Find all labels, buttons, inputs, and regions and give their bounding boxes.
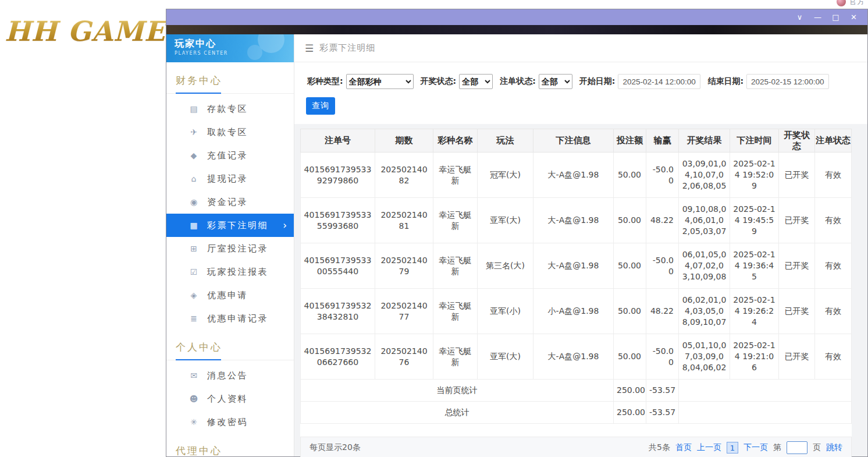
- table-cell: 05,01,10,07,03,09,08,04,06,02: [679, 334, 730, 380]
- official-label[interactable]: 官方: [849, 0, 865, 7]
- summary-cell: 总统计: [301, 402, 614, 424]
- hall-record-icon: ⊞: [188, 244, 199, 253]
- report-icon: ☑: [188, 267, 199, 277]
- main-content: ☰ 彩票下注明细 彩种类型: 全部彩种 开奖状态: 全部 注单状态: 全部: [294, 34, 867, 456]
- sidebar-item-withdrawal-records[interactable]: ⌂提现记录: [166, 167, 294, 190]
- sidebar-item-deposit[interactable]: ▤存款专区: [166, 97, 294, 121]
- sidebar-item-label: 消息公告: [207, 370, 248, 381]
- menu-toggle-icon[interactable]: ☰: [305, 42, 314, 54]
- table-cell: 48.22: [646, 289, 679, 334]
- summary-cell: [679, 402, 852, 424]
- sidebar-item-promo-apply-records[interactable]: ≣优惠申请记录: [166, 307, 294, 330]
- table-cell: 大-A盘@1.98: [533, 153, 614, 198]
- table-cell: 50.00: [614, 198, 646, 243]
- official-badge-icon[interactable]: [837, 0, 846, 6]
- table-cell: 已开奖: [779, 334, 815, 380]
- sidebar-item-promo-apply[interactable]: ◈优惠申请: [166, 284, 294, 307]
- table-head-row: 注单号期数彩种名称玩法下注信息投注额输赢开奖结果下注时间开奖状态注单状态: [301, 129, 852, 153]
- summary-cell: 250.00: [614, 380, 646, 402]
- table-cell: 有效: [815, 289, 852, 334]
- filter-row: 彩种类型: 全部彩种 开奖状态: 全部 注单状态: 全部 开始日期: 结束日期:: [306, 74, 856, 89]
- funds-record-icon: ◉: [188, 197, 199, 207]
- sidebar-item-profile[interactable]: ☻个人资料: [166, 387, 294, 410]
- bell-icon: ✉: [188, 371, 199, 380]
- table-cell: 401569173953206627660: [301, 334, 375, 380]
- sidebar-item-label: 个人资料: [207, 394, 248, 405]
- draw-status-select[interactable]: 全部: [459, 74, 493, 89]
- gear-icon: ✳: [188, 417, 199, 427]
- table-cell: 已开奖: [779, 198, 815, 243]
- table-cell: 50.00: [614, 153, 646, 198]
- jump-link[interactable]: 跳转: [826, 442, 842, 453]
- query-button[interactable]: 查询: [306, 97, 335, 115]
- table-cell: 第三名(大): [478, 243, 533, 289]
- start-date-label: 开始日期:: [579, 76, 616, 87]
- table-row: 40156917395330055544020250214079幸运飞艇新第三名…: [301, 243, 852, 289]
- total-count-label: 共5条: [649, 442, 670, 453]
- sidebar-item-label: 优惠申请记录: [207, 313, 268, 324]
- prev-page-link[interactable]: 上一页: [697, 442, 721, 453]
- table-cell: 2025-02-14 19:36:45: [730, 243, 779, 289]
- lottery-type-select[interactable]: 全部彩种: [346, 74, 414, 89]
- column-header: 玩法: [478, 129, 533, 153]
- sidebar-item-announcements[interactable]: ✉消息公告: [166, 364, 294, 387]
- next-page-link[interactable]: 下一页: [744, 442, 768, 453]
- bet-detail-table-card: 注单号期数彩种名称玩法下注信息投注额输赢开奖结果下注时间开奖状态注单状态 401…: [300, 129, 852, 457]
- page-prefix-label: 第: [773, 442, 781, 453]
- sidebar-item-fund-records[interactable]: ◉资金记录: [166, 190, 294, 214]
- summary-cell: 250.00: [614, 402, 646, 424]
- window-maximize-button[interactable]: □: [827, 9, 845, 25]
- sidebar-item-hall-bet-records[interactable]: ⊞厅室投注记录: [166, 237, 294, 260]
- page-suffix-label: 页: [813, 442, 821, 453]
- sidebar-item-lottery-bet-details[interactable]: ▦彩票下注明细›: [166, 214, 294, 237]
- first-page-link[interactable]: 首页: [675, 442, 692, 453]
- table-row: 40156917395323843281020250214077幸运飞艇新亚军(…: [301, 289, 852, 334]
- desktop-left-panel: HH GAME: [0, 0, 166, 457]
- table-cell: 03,09,01,04,10,07,02,06,08,05: [679, 153, 730, 198]
- summary-row: 当前页统计250.00-53.57: [301, 380, 852, 402]
- window-minimize-button[interactable]: —: [809, 9, 827, 25]
- sidebar-item-label: 优惠申请: [207, 290, 248, 301]
- table-cell: 20250214081: [375, 198, 433, 243]
- window-menu-button[interactable]: ∨: [791, 9, 809, 25]
- table-cell: 大-A盘@1.98: [533, 198, 614, 243]
- table-cell: 冠军(大): [478, 153, 533, 198]
- page-jump-input[interactable]: [787, 441, 807, 454]
- end-date-input[interactable]: [746, 74, 829, 89]
- table-cell: 50.00: [614, 334, 646, 380]
- sidebar-item-label: 彩票下注明细: [207, 220, 268, 231]
- bet-status-select[interactable]: 全部: [539, 74, 572, 89]
- table-cell: 幸运飞艇新: [433, 289, 478, 334]
- desktop-topbar-fragment: 官方: [837, 0, 865, 7]
- sidebar-item-player-bet-report[interactable]: ☑玩家投注报表: [166, 260, 294, 284]
- table-cell: 06,01,05,04,07,02,03,10,09,08: [679, 243, 730, 289]
- table-cell: 48.22: [646, 198, 679, 243]
- table-cell: 幸运飞艇新: [433, 153, 478, 198]
- window-titlebar: ∨ — □ ✕: [166, 9, 867, 25]
- sidebar-section-title: 代理中心: [166, 440, 294, 456]
- start-date-input[interactable]: [618, 74, 700, 89]
- draw-status-label: 开奖状态:: [421, 76, 457, 87]
- sidebar-item-label: 修改密码: [207, 417, 248, 428]
- sidebar-item-label: 资金记录: [207, 197, 248, 208]
- per-page-label: 每页显示20条: [310, 442, 361, 453]
- deposit-icon: ▤: [188, 104, 199, 114]
- table-body: 40156917395339297986020250214082幸运飞艇新冠军(…: [301, 153, 852, 424]
- sidebar-item-label: 提现记录: [207, 173, 248, 185]
- sidebar-item-change-password[interactable]: ✳修改密码: [166, 410, 294, 434]
- table-cell: 401569173953300555440: [301, 243, 375, 289]
- sidebar-item-withdraw[interactable]: ✈取款专区: [166, 121, 294, 144]
- table-cell: 2025-02-14 19:52:09: [730, 153, 779, 198]
- table-cell: 亚军(大): [478, 198, 533, 243]
- table-cell: 已开奖: [779, 243, 815, 289]
- table-cell: 幸运飞艇新: [433, 334, 478, 380]
- lottery-detail-icon: ▦: [188, 221, 199, 230]
- table-cell: 2025-02-14 19:45:59: [730, 198, 779, 243]
- current-page-indicator[interactable]: 1: [727, 442, 738, 454]
- table-cell: 50.00: [614, 289, 646, 334]
- window-close-button[interactable]: ✕: [845, 9, 863, 25]
- sidebar-section-title: 个人中心: [166, 336, 294, 360]
- sidebar-item-recharge-records[interactable]: ◆充值记录: [166, 144, 294, 167]
- promo-icon: ◈: [188, 291, 199, 300]
- table-cell: 亚军(大): [478, 334, 533, 380]
